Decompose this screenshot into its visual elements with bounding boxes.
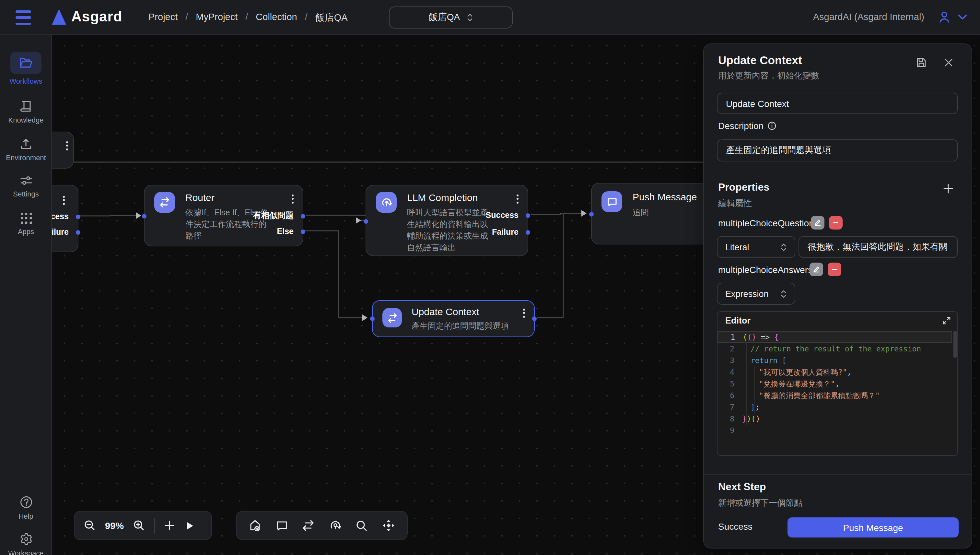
code-area[interactable]: 1(() => {2// return the result of the ex… <box>717 329 957 455</box>
node-title: Push Message <box>633 191 697 202</box>
node-partial-top[interactable] <box>52 132 74 168</box>
divider <box>704 474 972 475</box>
comment-icon[interactable] <box>275 519 288 532</box>
user-icon[interactable] <box>937 10 951 24</box>
chevron-updown-icon <box>780 289 787 298</box>
input-port-dot[interactable] <box>370 316 375 321</box>
search-icon[interactable] <box>355 519 368 532</box>
sidebar-item-settings[interactable]: Settings <box>0 175 52 198</box>
breadcrumb-project[interactable]: Project <box>149 12 178 24</box>
port-label: Failure <box>52 228 69 237</box>
next-step-port-label: Success <box>718 521 753 532</box>
edge-update-push <box>537 213 581 318</box>
expand-icon[interactable] <box>942 316 951 325</box>
zoom-out-button[interactable] <box>83 519 96 532</box>
edit-property-button[interactable] <box>811 216 825 229</box>
indent-guide <box>746 343 747 425</box>
chevron-down-icon[interactable] <box>958 14 967 20</box>
add-button[interactable] <box>164 520 175 531</box>
node-menu-kebab-icon[interactable] <box>65 140 69 151</box>
chevron-updown-icon <box>780 243 787 251</box>
breadcrumb-myproject[interactable]: MyProject <box>196 12 237 24</box>
sidebar-item-environment[interactable]: Environment <box>0 138 52 162</box>
output-port-dot[interactable] <box>532 316 536 321</box>
node-menu-kebab-icon[interactable] <box>522 307 526 319</box>
node-name-input[interactable]: Update Context <box>717 93 958 114</box>
close-icon[interactable] <box>944 58 953 67</box>
node-partial-left[interactable]: Success Failure <box>52 185 78 252</box>
node-description: 產生固定的追問問題與選項 <box>412 320 532 332</box>
sliders-icon <box>19 175 33 187</box>
zoom-in-button[interactable] <box>133 519 145 532</box>
next-step-subtitle: 新增或選擇下一個節點 <box>718 497 802 509</box>
breadcrumb-collection[interactable]: Collection <box>256 12 297 24</box>
port-label: Success <box>486 211 519 220</box>
indent-guide <box>754 366 755 413</box>
input-port-dot[interactable] <box>363 219 368 223</box>
edit-property-button[interactable] <box>810 263 823 276</box>
swap-arrows-icon <box>383 308 402 327</box>
sidebar-item-apps[interactable]: Apps <box>0 212 52 235</box>
property-type-select[interactable]: Expression <box>717 283 795 305</box>
next-step-title: Next Step <box>718 481 766 493</box>
input-port-dot[interactable] <box>142 214 146 218</box>
code-line: 5"兌換券在哪邊兌換？", <box>717 378 952 390</box>
remove-property-button[interactable]: − <box>829 216 842 229</box>
sidebar-item-help[interactable]: Help <box>0 496 52 520</box>
breadcrumb: Project/ MyProject/ Collection/ 飯店QA <box>149 12 348 24</box>
sidebar-item-knowledge[interactable]: Knowledge <box>0 100 52 124</box>
grid-dots-icon <box>20 212 32 225</box>
add-property-icon[interactable] <box>942 183 954 194</box>
add-node-icon[interactable] <box>248 519 262 532</box>
node-llm-completion[interactable]: LLM Completion 呼叫大型語言模型並產生結構化的資料輸出以輔助流程的… <box>365 185 528 256</box>
next-step-target-button[interactable]: Push Message <box>788 517 959 537</box>
app-header: Asgard Project/ MyProject/ Collection/ 飯… <box>0 0 980 35</box>
output-port-dot[interactable] <box>76 230 80 234</box>
node-menu-kebab-icon[interactable] <box>290 193 295 205</box>
property-name: multipleChoiceQuestion <box>718 218 814 228</box>
breadcrumb-current[interactable]: 飯店QA <box>315 12 348 24</box>
editor-scrollbar[interactable] <box>953 330 957 358</box>
sidebar-item-workflows[interactable]: Workflows <box>0 52 52 85</box>
save-icon[interactable] <box>916 57 927 68</box>
property-type-select[interactable]: Literal <box>717 236 795 258</box>
swap-arrows-icon <box>154 192 175 213</box>
chevron-updown-icon <box>466 13 473 22</box>
sidebar-item-workspace[interactable]: Workspace <box>0 532 52 555</box>
output-port-dot[interactable] <box>301 213 305 218</box>
node-router[interactable]: Router 依據If、Else If、Else條件決定工作流程執行的路徑 有相… <box>144 185 303 246</box>
output-port-dot[interactable] <box>301 229 305 234</box>
node-menu-kebab-icon[interactable] <box>62 194 66 206</box>
node-menu-kebab-icon[interactable] <box>515 193 520 205</box>
node-description: 追問 <box>633 207 649 218</box>
properties-subtitle: 編輯屬性 <box>718 198 752 209</box>
output-port-dot[interactable] <box>76 214 80 219</box>
code-line: 2// return the result of the expression <box>717 343 952 354</box>
expression-editor[interactable]: Editor 1(() => {2// return the result of… <box>717 311 958 456</box>
help-circle-icon <box>19 496 33 509</box>
move-icon[interactable] <box>382 519 396 532</box>
output-port-dot[interactable] <box>526 213 530 218</box>
node-title: LLM Completion <box>407 192 478 203</box>
llm-icon[interactable] <box>328 519 342 532</box>
hamburger-menu-icon[interactable] <box>16 10 31 25</box>
properties-title: Properties <box>718 181 769 193</box>
description-input[interactable]: 產生固定的追問問題與選項 <box>717 140 958 162</box>
input-port-dot[interactable] <box>589 212 594 216</box>
node-title: Update Context <box>412 306 479 317</box>
code-line: 4"我可以更改個人資料嗎?", <box>717 366 952 378</box>
info-icon <box>767 121 777 130</box>
remove-property-button[interactable]: − <box>828 263 841 276</box>
node-update-context[interactable]: Update Context 產生固定的追問問題與選項 <box>372 300 535 337</box>
code-line: 8})() <box>717 413 952 425</box>
workflow-selector[interactable]: 飯店QA <box>389 6 513 29</box>
code-line: 9 <box>717 425 952 436</box>
output-port-dot[interactable] <box>526 230 530 234</box>
code-line: 7]; <box>717 401 952 413</box>
upload-icon <box>19 138 32 151</box>
editor-header: Editor <box>717 312 957 329</box>
port-label: Success <box>52 212 69 221</box>
property-value-input[interactable]: 很抱歉，無法回答此問題，如果有關 <box>799 236 958 258</box>
run-button[interactable] <box>184 520 194 531</box>
swap-arrows-icon[interactable] <box>302 519 315 532</box>
